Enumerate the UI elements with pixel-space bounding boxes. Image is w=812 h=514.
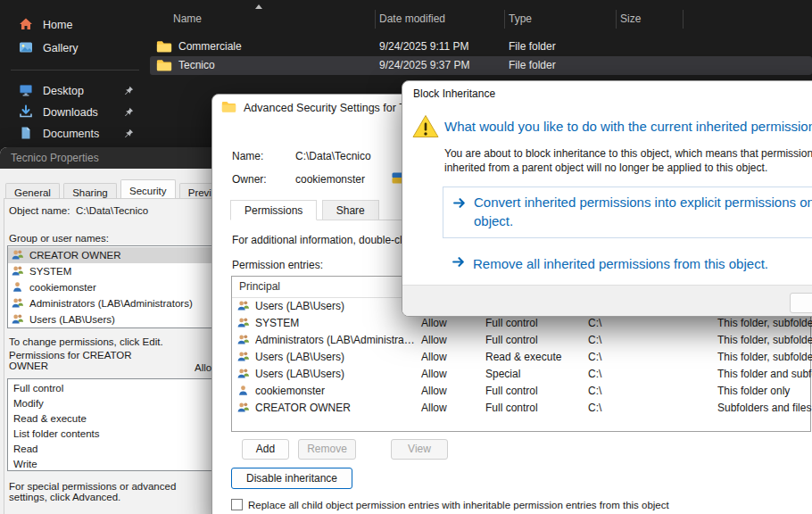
column-divider[interactable] [375, 10, 376, 29]
file-date-modified: 9/24/2025 9:11 PM [379, 40, 469, 53]
disable-inheritance-button[interactable]: Disable inheritance [231, 468, 352, 489]
pin-icon[interactable] [123, 128, 135, 142]
remove-permissions-label: Remove all inherited permissions from th… [473, 254, 812, 273]
entry-principal: CREATOR OWNER [255, 402, 418, 414]
sidebar-item-label: Downloads [43, 106, 98, 119]
convert-permissions-option[interactable]: Convert inherited permissions into expli… [443, 187, 812, 238]
sidebar-item-downloads[interactable]: Downloads [7, 101, 143, 124]
group-icon [11, 297, 24, 311]
sidebar-item-desktop[interactable]: Desktop [7, 79, 143, 103]
owner-value: cookiemonster [295, 173, 365, 186]
sidebar-divider [11, 70, 139, 70]
permission-entry-row[interactable]: cookiemonster Allow Full control C:\ Thi… [232, 383, 810, 400]
convert-permissions-label: Convert inherited permissions into expli… [474, 193, 812, 230]
cancel-button[interactable]: Cancel [790, 293, 812, 313]
permission-entry-row[interactable]: SYSTEM Allow Full control C:\ This folde… [232, 315, 810, 332]
entry-type: Allow [421, 351, 447, 363]
file-row-commerciale[interactable]: Commerciale 9/24/2025 9:11 PM File folde… [150, 37, 812, 56]
view-button[interactable]: View [391, 439, 448, 460]
entry-applies-to: This folder only [717, 385, 790, 397]
user-icon [236, 385, 250, 399]
entry-type: Allow [421, 368, 447, 380]
pin-icon[interactable] [123, 106, 135, 120]
column-divider[interactable] [683, 10, 684, 29]
documents-icon [19, 126, 33, 143]
permission-entry-row[interactable]: Users (LAB\Users) Allow Read & execute C… [232, 349, 810, 366]
file-row-tecnico[interactable]: Tecnico 9/24/2025 9:37 PM File folder [150, 56, 812, 75]
remove-permissions-option[interactable]: Remove all inherited permissions from th… [443, 253, 812, 279]
list-item-label: CREATOR OWNER [29, 250, 120, 261]
entry-inherited-from: C:\ [588, 351, 601, 363]
entry-principal: SYSTEM [255, 317, 418, 329]
block-dialog-title: Block Inheritance [413, 87, 495, 100]
sidebar-item-home[interactable]: Home [7, 13, 143, 37]
arrow-right-icon [452, 195, 468, 213]
properties-dialog-title: Tecnico Properties [11, 152, 99, 164]
entry-type: Allow [421, 402, 447, 414]
advanced-hint-text: For special permissions or advanced sett… [9, 481, 214, 502]
permissions-for-label: Permissions for CREATOR OWNER [9, 350, 159, 371]
group-icon [11, 265, 24, 278]
tab-security[interactable]: Security [120, 179, 176, 199]
block-body-line-1: You are about to block inheritance to th… [444, 147, 812, 160]
entry-inherited-from: C:\ [588, 334, 601, 346]
entry-applies-to: This folder, subfolders and files [717, 317, 812, 329]
group-user-names-label: Group or user names: [9, 233, 109, 244]
group-icon [236, 351, 250, 365]
entry-principal: Users (LAB\Users) [255, 368, 418, 380]
column-header-size[interactable]: Size [620, 12, 641, 25]
entry-access: Full control [485, 402, 538, 414]
gallery-icon [19, 40, 33, 57]
replace-permissions-label: Replace all child object permission entr… [248, 500, 669, 510]
block-body-line-2: inherited from a parent object will no l… [444, 162, 767, 174]
remove-button[interactable]: Remove [298, 439, 356, 460]
entry-principal: cookiemonster [255, 385, 418, 397]
permission-entry-row[interactable]: Users (LAB\Users) Allow Special C:\ This… [232, 366, 810, 383]
entry-access: Special [485, 368, 520, 380]
folder-icon [156, 59, 172, 74]
entry-access: Full control [485, 385, 538, 397]
home-icon [19, 17, 33, 34]
column-header-name[interactable]: Name [173, 12, 202, 25]
column-header-principal[interactable]: Principal [239, 280, 280, 293]
tab-permissions[interactable]: Permissions [230, 200, 317, 220]
pin-icon[interactable] [123, 85, 135, 99]
list-item-label: Administrators (LAB\Administrators) [29, 298, 193, 309]
name-value: C:\Data\Tecnico [295, 150, 371, 162]
desktop-icon [19, 83, 33, 100]
downloads-icon [19, 104, 33, 121]
sidebar-item-gallery[interactable]: Gallery [7, 37, 143, 60]
entry-principal: Administrators (LAB\Administrators) [255, 334, 418, 346]
entry-inherited-from: C:\ [588, 402, 601, 414]
user-icon [11, 281, 24, 294]
object-name-label: Object name: [9, 205, 70, 216]
block-dialog-footer: Cancel [402, 285, 812, 316]
column-header-date-modified[interactable]: Date modified [379, 12, 445, 25]
entry-applies-to: This folder, subfolders and files [717, 351, 812, 363]
permission-entry-row[interactable]: CREATOR OWNER Allow Full control C:\ Sub… [232, 400, 810, 417]
sidebar-item-documents[interactable]: Documents [7, 122, 143, 145]
entry-applies-to: This folder and subfolders [717, 368, 812, 380]
column-header-type[interactable]: Type [509, 12, 532, 25]
sidebar-item-label: Desktop [43, 85, 84, 97]
block-dialog-heading: What would you like to do with the curre… [444, 119, 812, 134]
group-icon [236, 317, 250, 331]
replace-permissions-checkbox[interactable] [231, 499, 243, 510]
file-name: Tecnico [178, 59, 215, 71]
folder-icon [156, 40, 172, 55]
file-name: Commerciale [178, 40, 242, 53]
file-date-modified: 9/24/2025 9:37 PM [379, 59, 469, 71]
column-divider[interactable] [616, 10, 617, 29]
entry-type: Allow [421, 334, 447, 346]
entry-inherited-from: C:\ [588, 317, 601, 329]
entry-applies-to: This folder, subfolders and files [717, 334, 812, 346]
sidebar-item-label: Home [43, 19, 72, 31]
block-inheritance-dialog: Block Inheritance What would you like to… [402, 80, 812, 317]
desktop: Home Gallery Desktop Downloads Documents… [0, 0, 812, 514]
permission-entry-row[interactable]: Administrators (LAB\Administrators) Allo… [232, 332, 810, 349]
entry-principal: Users (LAB\Users) [255, 351, 418, 363]
add-button[interactable]: Add [242, 439, 289, 460]
column-divider[interactable] [504, 10, 505, 29]
arrow-right-icon [452, 254, 467, 272]
tab-share[interactable]: Share [322, 200, 379, 220]
